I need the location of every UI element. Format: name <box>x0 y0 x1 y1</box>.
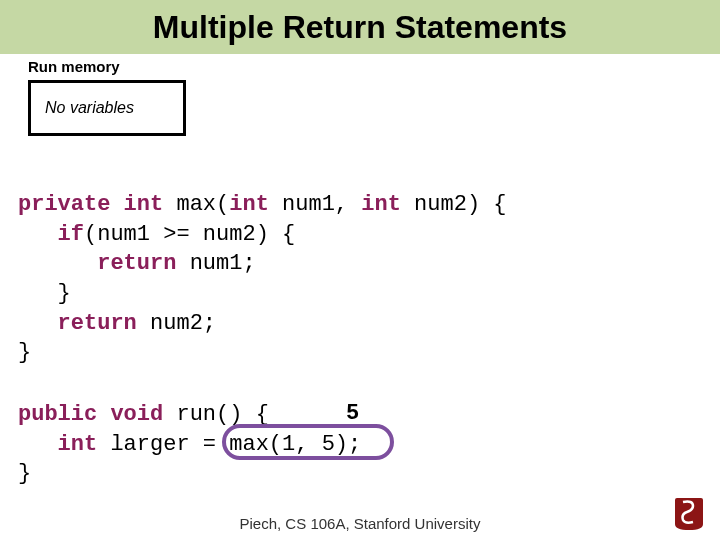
footer-text: Piech, CS 106A, Stanford University <box>0 515 720 532</box>
memory-box-content: No variables <box>45 99 134 117</box>
highlight-oval <box>222 424 394 460</box>
memory-box: No variables <box>28 80 186 136</box>
slide-title: Multiple Return Statements <box>153 9 567 46</box>
title-bar: Multiple Return Statements <box>0 0 720 54</box>
return-value-annotation: 5 <box>346 401 359 426</box>
run-memory-label: Run memory <box>28 58 120 75</box>
stanford-logo <box>668 492 710 532</box>
code-max-function: private int max(int num1, int num2) { if… <box>18 190 507 368</box>
